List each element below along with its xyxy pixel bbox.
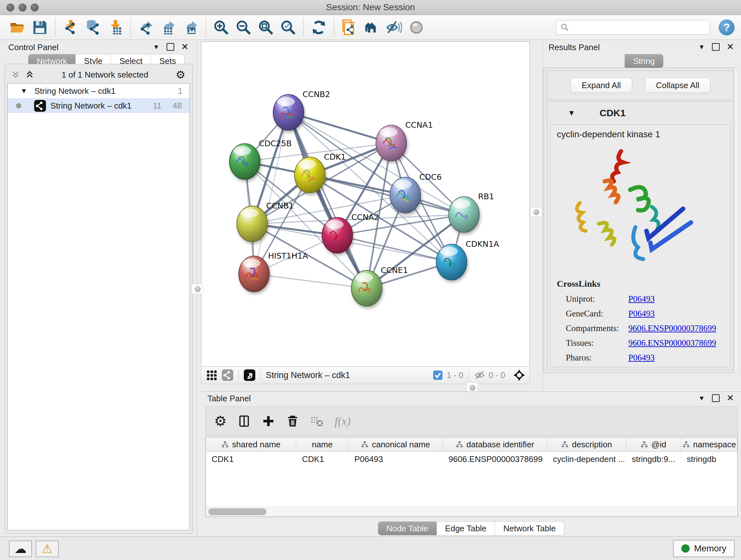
network-edge[interactable] [288, 112, 391, 143]
gear-icon[interactable]: ⚙ [176, 69, 185, 80]
network-edge[interactable] [254, 274, 367, 288]
tab-node-table[interactable]: Node Table [378, 521, 437, 536]
refresh-view-button[interactable] [308, 17, 330, 38]
column-label: description [572, 440, 612, 449]
hidden-eye-icon[interactable] [474, 369, 485, 381]
collapse-all-button[interactable]: Collapse All [645, 78, 711, 93]
string-home-button[interactable] [360, 17, 383, 38]
network-row[interactable]: String Network – cdk1 11 48 [8, 98, 190, 113]
column-label: shared name [232, 440, 280, 449]
crosslinks-title: CrossLinks [557, 279, 731, 289]
table-cell[interactable]: stringdb [681, 452, 738, 466]
crosslink-link[interactable]: P06493 [628, 294, 655, 304]
column-header-canonical-name[interactable]: canonical name [348, 437, 443, 451]
tab-string[interactable]: String [624, 54, 664, 68]
entry-expander-icon[interactable]: ▼ [568, 109, 576, 118]
network-view-icon[interactable] [222, 369, 233, 381]
network-collection-row[interactable]: ▼ String Network – cdk1 1 [8, 84, 190, 98]
search-box[interactable] [556, 20, 710, 35]
table-cell[interactable]: CDK1 [296, 452, 348, 466]
network-edge[interactable] [337, 235, 452, 262]
table-panel-maximize-icon[interactable] [712, 394, 720, 402]
control-panel: Control Panel ▼ ✕ NetworkStyleSelectSets… [0, 40, 197, 535]
network-node-CCNB1[interactable]: CCNB1 [237, 201, 294, 242]
node-table[interactable]: shared namenamecanonical namedatabase id… [205, 437, 738, 517]
collapse-all-icon[interactable] [11, 70, 20, 79]
export-network-button[interactable] [135, 17, 157, 38]
results-panel-close-icon[interactable]: ✕ [727, 44, 734, 50]
table-settings-gear-icon[interactable]: ⚙ [214, 414, 226, 428]
collection-expander-icon[interactable]: ▼ [20, 87, 27, 95]
zoom-selected-button[interactable] [277, 17, 299, 38]
table-cell[interactable]: 9606.ENSP00000378699 [443, 452, 547, 466]
network-graph[interactable]: CCNB2 CCNA1 CDC25B CDK1 CDC6 RB1 CCNB1 C… [201, 42, 529, 366]
warning-button[interactable]: ⚠ [36, 541, 59, 557]
column-header-description[interactable]: description [547, 437, 626, 451]
table-cell[interactable]: stringdb:9... [626, 452, 681, 466]
left-splitter-handle[interactable] [192, 284, 203, 294]
add-column-icon[interactable] [262, 415, 275, 428]
import-table-button[interactable] [104, 17, 126, 38]
hide-labels-button[interactable] [383, 17, 405, 38]
cloud-button[interactable]: ☁ [9, 541, 32, 557]
table-cell[interactable]: CDK1 [206, 452, 296, 466]
results-panel-maximize-icon[interactable] [712, 43, 720, 51]
import-network-button[interactable] [59, 17, 82, 38]
table-row[interactable]: CDK1CDK1P064939606.ENSP00000378699cyclin… [206, 452, 738, 466]
expand-all-icon[interactable] [25, 70, 34, 79]
glass-ball-button[interactable] [405, 17, 428, 38]
export-image-button[interactable] [179, 17, 202, 38]
table-cell[interactable]: P06493 [349, 452, 443, 466]
column-header-name[interactable]: name [296, 437, 348, 451]
memory-button[interactable]: Memory [673, 540, 735, 557]
network-node-RB1[interactable]: RB1 [449, 192, 494, 233]
network-canvas[interactable]: CCNB2 CCNA1 CDC25B CDK1 CDC6 RB1 CCNB1 C… [201, 42, 530, 367]
column-header-database-identifier[interactable]: database identifier [443, 437, 547, 451]
control-panel-maximize-icon[interactable] [166, 43, 174, 51]
crosslink-link[interactable]: 9606.ENSP00000378699 [628, 323, 716, 333]
results-panel-float-icon[interactable]: ▼ [698, 44, 705, 51]
network-edge[interactable] [288, 112, 367, 288]
crosslink-link[interactable]: P06493 [628, 353, 655, 363]
column-header-shared-name[interactable]: shared name [206, 437, 296, 451]
entry-name: CDK1 [600, 108, 626, 118]
open-session-button[interactable] [6, 17, 29, 38]
export-table-button[interactable] [157, 17, 179, 38]
table-hscrollbar[interactable] [206, 507, 738, 516]
crosslink-link[interactable]: P06493 [628, 309, 655, 319]
birdseye-icon[interactable] [514, 369, 525, 381]
column-header-@id[interactable]: @id [626, 437, 681, 451]
search-input[interactable] [569, 22, 705, 33]
string-results-box: Expand All Collapse All ▼ CDK1 cyclin-de… [543, 68, 738, 373]
zoom-fit-button[interactable] [255, 17, 277, 38]
grid-view-icon[interactable] [206, 369, 217, 381]
table-panel-float-icon[interactable]: ▼ [698, 395, 705, 402]
show-columns-icon[interactable] [238, 415, 251, 428]
results-scrollbar[interactable] [734, 68, 738, 373]
network-node-HIST1H1A[interactable]: HIST1H1A [239, 251, 308, 292]
network-edge[interactable] [254, 112, 288, 274]
column-label: namespace [693, 440, 736, 449]
crosslink-link[interactable]: 9606.ENSP00000378699 [628, 338, 716, 348]
detach-view-icon[interactable] [244, 369, 255, 381]
network-node-CDKN1A[interactable]: CDKN1A [436, 240, 499, 280]
help-button[interactable]: ? [719, 19, 735, 36]
control-panel-float-icon[interactable]: ▼ [153, 44, 159, 51]
table-panel-close-icon[interactable]: ✕ [727, 395, 734, 401]
network-node-CDK1[interactable]: CDK1 [294, 152, 346, 193]
network-node-CCNA1[interactable]: CCNA1 [376, 120, 433, 161]
import-network-database-button[interactable] [82, 17, 104, 38]
expand-all-button[interactable]: Expand All [570, 78, 632, 93]
right-splitter-handle[interactable] [530, 207, 542, 217]
table-cell[interactable]: cyclin-dependent ... [547, 452, 626, 466]
tab-edge-table[interactable]: Edge Table [437, 521, 495, 536]
share-document-button[interactable] [338, 17, 360, 38]
zoom-out-button[interactable] [232, 17, 255, 38]
column-header-namespace[interactable]: namespace [681, 437, 738, 451]
control-panel-close-icon[interactable]: ✕ [181, 44, 189, 50]
selected-checkbox-icon[interactable] [432, 369, 444, 381]
delete-column-icon[interactable] [286, 415, 299, 428]
tab-network-table[interactable]: Network Table [495, 521, 564, 536]
zoom-in-button[interactable] [210, 17, 232, 38]
save-session-button[interactable] [29, 17, 51, 38]
